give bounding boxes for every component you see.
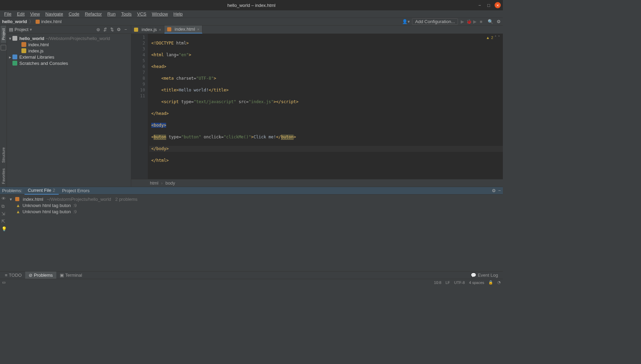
project-panel-title[interactable]: Project [15, 27, 28, 32]
debug-icon[interactable]: 🐞 [466, 19, 471, 24]
project-view-icon: ▤ [9, 27, 13, 32]
chevron-down-icon[interactable]: ˅ [498, 35, 500, 40]
status-message-icon[interactable]: ▭ [2, 280, 6, 285]
maximize-button[interactable]: □ [486, 2, 492, 8]
problems-label: Problems: [2, 188, 22, 193]
code-content[interactable]: <!DOCTYPE html> <html lang="en"> <head> … [148, 34, 503, 179]
html-file-icon [36, 20, 40, 24]
menu-vcs[interactable]: VCS [134, 11, 149, 17]
status-caret-position[interactable]: 10:8 [434, 281, 441, 285]
problems-tree[interactable]: ▾ index.html ~/WebstormProjects/hello_wo… [8, 195, 503, 271]
coverage-icon[interactable]: ▶ [472, 19, 477, 24]
tree-external-libraries[interactable]: ▸ External Libraries [7, 54, 131, 60]
tool-tab-event-log[interactable]: 💬Event Log [467, 272, 501, 279]
menu-tools[interactable]: Tools [118, 11, 134, 17]
tree-root-path: ~/WebstormProjects/hello_world [46, 36, 110, 41]
project-view-dropdown-icon[interactable]: ▾ [30, 27, 32, 32]
editor-tab-index-html[interactable]: index.html × [164, 26, 203, 33]
tool-tab-problems[interactable]: ⊘Problems [25, 272, 56, 279]
editor-tabs: index.js × index.html × [131, 26, 503, 34]
close-button[interactable]: × [495, 2, 501, 8]
tool-tab-project[interactable]: Project [1, 26, 6, 43]
warning-icon: ▲ [16, 203, 20, 208]
status-indent[interactable]: 4 spaces [469, 281, 484, 285]
gear-icon[interactable]: ⚙ [492, 188, 496, 193]
menu-edit[interactable]: Edit [14, 11, 27, 17]
close-tab-icon[interactable]: × [197, 27, 199, 31]
chevron-down-icon[interactable]: ▾ [9, 36, 12, 41]
collapse-all-icon[interactable]: ⇅ [109, 27, 115, 33]
nav-project-crumb[interactable]: hello_world [2, 19, 27, 24]
breadcrumb-item[interactable]: html [150, 180, 159, 186]
menu-code[interactable]: Code [66, 11, 82, 17]
warning-icon: ▲ [486, 36, 490, 40]
expand-all-icon[interactable]: ⇵ [102, 27, 108, 33]
tree-file-row[interactable]: index.html [7, 41, 131, 48]
menu-file[interactable]: File [1, 11, 14, 17]
problem-item[interactable]: ▲ Unknown html tag buton :9 [10, 202, 501, 208]
html-file-icon [167, 27, 171, 31]
tree-scratches[interactable]: Scratches and Consoles [7, 60, 131, 66]
nav-file-crumb[interactable]: index.html [41, 19, 61, 24]
breadcrumb-item[interactable]: body [165, 180, 175, 186]
menu-navigate[interactable]: Navigate [42, 11, 66, 17]
hide-panel-icon[interactable]: − [498, 188, 501, 193]
minimize-button[interactable]: − [477, 2, 483, 8]
status-encoding[interactable]: UTF-8 [454, 281, 465, 285]
tool-tab-favorites[interactable]: Favorites [1, 166, 6, 187]
chevron-right-icon: › [161, 180, 163, 186]
menu-window[interactable]: Window [149, 11, 171, 17]
run-icon[interactable]: ▶ [460, 19, 465, 24]
copy-icon[interactable]: ⧉ [1, 204, 6, 208]
status-line-separator[interactable]: LF [446, 281, 450, 285]
tab-project-errors[interactable]: Project Errors [59, 187, 93, 195]
problems-tool-window: Problems: Current File 2 Project Errors … [0, 187, 503, 271]
project-tree[interactable]: ▾ hello_world ~/WebstormProjects/hello_w… [7, 34, 131, 68]
editor-area: index.js × index.html × 1 2 3 4 5 6 7 8 … [131, 26, 503, 187]
terminal-icon: ▣ [60, 273, 64, 278]
locate-icon[interactable]: ⊚ [95, 27, 101, 33]
search-icon[interactable]: 🔍 [488, 19, 493, 24]
scratch-icon [12, 61, 17, 66]
chevron-right-icon[interactable]: ▸ [9, 55, 12, 60]
hide-panel-icon[interactable]: − [123, 27, 129, 33]
window-titlebar: hello_world – index.html − □ × [0, 0, 503, 10]
add-configuration-button[interactable]: Add Configuration... [412, 18, 458, 25]
editor-tab-index-js[interactable]: index.js × [131, 26, 164, 33]
js-file-icon [21, 48, 26, 53]
tool-tab-structure[interactable]: Structure [1, 145, 6, 166]
js-file-icon [134, 28, 138, 32]
tool-tab-todo[interactable]: ≡TODO [1, 272, 25, 279]
status-bar: ▭ 10:8 LF UTF-8 4 spaces 🔒 ◔ [0, 279, 503, 286]
code-editor[interactable]: 1 2 3 4 5 6 7 8 9 10 11 <!DOCTYPE html> … [131, 34, 503, 179]
lock-icon[interactable]: 🔒 [488, 280, 493, 285]
tree-file-row[interactable]: index.js [7, 48, 131, 54]
user-icon[interactable]: 👤▾ [402, 19, 410, 24]
chevron-up-icon[interactable]: ˄ [495, 35, 497, 40]
tree-root-row[interactable]: ▾ hello_world ~/WebstormProjects/hello_w… [7, 35, 131, 41]
close-tab-icon[interactable]: × [159, 28, 161, 32]
menu-run[interactable]: Run [105, 11, 118, 17]
tab-current-file[interactable]: Current File 2 [25, 187, 59, 195]
menu-help[interactable]: Help [171, 11, 185, 17]
menu-view[interactable]: View [27, 11, 42, 17]
bulb-icon[interactable]: 💡 [1, 226, 6, 231]
tool-tab-terminal[interactable]: ▣Terminal [56, 272, 86, 279]
expand-icon[interactable]: ⇲ [1, 211, 6, 216]
problems-file-row[interactable]: ▾ index.html ~/WebstormProjects/hello_wo… [10, 196, 501, 202]
gear-icon[interactable]: ⚙ [116, 27, 122, 33]
inspection-indicator[interactable]: ▲ 2 ˄ ˅ [486, 35, 500, 40]
main-menu-bar: File Edit View Navigate Code Refactor Ru… [0, 10, 503, 18]
inspection-profile-icon[interactable]: ◔ [497, 280, 501, 285]
collapse-icon[interactable]: ⇱ [1, 219, 6, 224]
navigation-bar: hello_world 〉 index.html 👤▾ Add Configur… [0, 18, 503, 26]
settings-icon[interactable]: ⚙ [497, 19, 501, 24]
chevron-down-icon[interactable]: ▾ [10, 197, 13, 202]
bottom-tool-tabs: ≡TODO ⊘Problems ▣Terminal 💬Event Log [0, 271, 503, 279]
warning-icon: ▲ [16, 209, 20, 214]
problem-item[interactable]: ▲ Unknown html tag buton :9 [10, 208, 501, 215]
stop-icon[interactable]: ■ [479, 19, 484, 24]
menu-refactor[interactable]: Refactor [82, 11, 105, 17]
html-file-icon [15, 197, 19, 201]
eye-icon[interactable]: 👁 [1, 196, 6, 201]
